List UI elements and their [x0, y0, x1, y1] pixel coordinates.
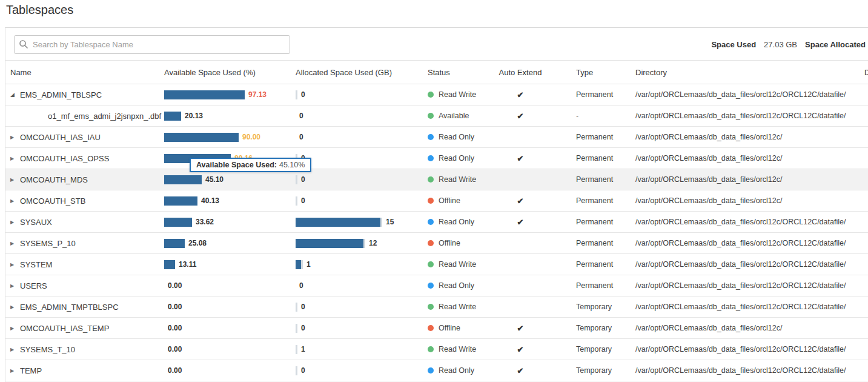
expand-collapse-icon[interactable]: ◢	[10, 92, 20, 98]
type-label: -	[576, 106, 578, 126]
status-dot	[428, 92, 434, 98]
allocated-space-value: 0	[301, 90, 305, 99]
header-status[interactable]: Status	[428, 61, 450, 84]
expand-collapse-icon[interactable]: ▶	[10, 347, 20, 352]
type-label: Temporary	[576, 360, 612, 381]
allocated-bar-track	[296, 366, 297, 375]
table-row[interactable]: ▶ SYSEMS_T_10 0.00 1 Read Write ✔ Tempor…	[5, 339, 868, 360]
allocated-bar-track	[296, 90, 297, 99]
table-row[interactable]: ▶ OMCOAUTH_IAS_OPSS 80.16 0 Read Only ✔ …	[5, 148, 868, 169]
status-label: Read Write	[439, 90, 476, 99]
page-title: Tablespaces	[6, 3, 73, 17]
expand-collapse-icon[interactable]: ▶	[10, 283, 20, 289]
status-label: Offline	[439, 324, 460, 332]
status-label: Read Write	[439, 175, 476, 184]
tablespace-name: OMCOAUTH_IAS_OPSS	[20, 154, 109, 163]
status-label: Read Write	[439, 260, 476, 269]
directory-path: /var/opt/ORCLemaas/db_data_files/orcl12c…	[635, 84, 846, 105]
expand-collapse-icon[interactable]: ▶	[10, 368, 20, 374]
table-row[interactable]: ▶ TEMP 0.00 0 Read Only ✔ Temporary /var…	[5, 360, 868, 381]
status-dot	[428, 240, 434, 246]
allocated-bar-track	[296, 345, 297, 354]
header-auto-extend[interactable]: Auto Extend	[490, 61, 551, 84]
available-space-value: 25.08	[188, 239, 207, 247]
allocated-space-value: 1	[301, 345, 305, 354]
table-row[interactable]: ▶ USERS 0.00 0 Read Only Permanent /var/…	[5, 275, 868, 297]
space-allocated-label: Space Allocated	[805, 40, 866, 49]
expand-collapse-icon[interactable]: ▶	[10, 326, 20, 331]
expand-collapse-icon[interactable]: ▶	[10, 156, 20, 161]
table-row[interactable]: ▶ EMS_ADMIN_TMPTBLSPC 0.00 0 Read Write …	[5, 297, 868, 318]
header-name[interactable]: Name	[10, 61, 31, 84]
expand-collapse-icon[interactable]: ▶	[10, 198, 20, 204]
header-d-cutoff[interactable]: D	[864, 61, 868, 84]
auto-extend-check-icon: ✔	[490, 318, 551, 338]
auto-extend-check-icon	[490, 254, 551, 275]
header-type[interactable]: Type	[576, 61, 593, 84]
type-label: Temporary	[576, 318, 612, 338]
table-row[interactable]: ◢ EMS_ADMIN_TBLSPC 97.13 0 Read Write ✔ …	[5, 84, 868, 106]
table-row[interactable]: ▶ OMCOAUTH_IAS_TEMP 0.00 0 Offline ✔ Tem…	[5, 318, 868, 339]
table-row[interactable]: ▶ SYSAUX 33.62 15 Read Only ✔ Permanent …	[5, 212, 868, 233]
allocated-space-value: 1	[306, 260, 311, 269]
space-used-label: Space Used	[711, 40, 756, 49]
status-label: Offline	[439, 196, 460, 205]
expand-collapse-icon[interactable]: ▶	[10, 177, 20, 183]
auto-extend-check-icon: ✔	[490, 360, 551, 381]
type-label: Permanent	[576, 275, 613, 296]
header-directory[interactable]: Directory	[635, 61, 667, 84]
search-box	[14, 35, 290, 54]
status-label: Offline	[439, 239, 460, 247]
expand-collapse-icon[interactable]: ▶	[10, 135, 20, 140]
type-label: Permanent	[576, 212, 613, 232]
table-row[interactable]: ▶ OMCOAUTH_STB 40.13 0 Offline ✔ Permane…	[5, 190, 868, 212]
auto-extend-check-icon: ✔	[490, 148, 551, 169]
expand-collapse-icon[interactable]: ▶	[10, 241, 20, 246]
allocated-space-bar	[296, 218, 380, 227]
tablespace-name: OMCOAUTH_STB	[20, 196, 85, 206]
auto-extend-check-icon	[490, 233, 551, 253]
header-allocated[interactable]: Allocated Space Used (GB)	[296, 61, 423, 84]
table-row[interactable]: ▶ SYSEMS_P_10 25.08 12 Offline Permanent…	[5, 233, 868, 254]
allocated-space-value: 0	[301, 175, 305, 184]
directory-path: /var/opt/ORCLemaas/db_data_files/orcl12c…	[635, 212, 846, 232]
table-row[interactable]: ▶ SYSTEM 13.11 1 Read Write Permanent /v…	[5, 254, 868, 275]
type-label: Permanent	[576, 148, 613, 169]
table-row[interactable]: o1_mf_ems_admi_j2jsnpxn_.dbf 20.13 0 Ava…	[5, 106, 868, 127]
type-label: Permanent	[576, 127, 613, 147]
expand-collapse-icon[interactable]: ▶	[10, 304, 20, 310]
type-label: Permanent	[576, 233, 613, 253]
status-label: Read Only	[439, 133, 474, 141]
directory-path: /var/opt/ORCLemaas/db_data_files/orcl12c…	[635, 169, 783, 190]
directory-path: /var/opt/ORCLemaas/db_data_files/orcl12c…	[635, 297, 846, 317]
header-available[interactable]: Available Space Used (%)	[164, 61, 293, 84]
available-space-value: 45.10	[205, 175, 224, 184]
status-dot	[428, 113, 434, 119]
status-dot	[428, 134, 434, 140]
directory-path: /var/opt/ORCLemaas/db_data_files/orcl12c…	[635, 127, 783, 147]
search-input[interactable]	[14, 35, 290, 54]
allocated-space-value: 0	[299, 112, 303, 120]
auto-extend-check-icon	[490, 127, 551, 147]
status-label: Read Only	[439, 366, 474, 375]
expand-collapse-icon[interactable]: ▶	[10, 262, 20, 267]
tablespace-name: USERS	[20, 281, 47, 290]
allocated-space-value: 0	[299, 133, 303, 141]
allocated-bar-track	[301, 260, 303, 269]
status-dot	[428, 155, 434, 161]
table-row[interactable]: ▶ OMCOAUTH_MDS 45.10 0 Read Write Perman…	[5, 169, 868, 190]
available-space-value: 40.13	[201, 196, 219, 205]
table-row[interactable]: ▶ OMCOAUTH_IAS_IAU 90.00 0 Read Only Per…	[5, 127, 868, 148]
expand-collapse-icon[interactable]: ▶	[10, 219, 20, 225]
directory-path: /var/opt/ORCLemaas/db_data_files/orcl12c…	[635, 233, 846, 253]
auto-extend-check-icon: ✔	[490, 339, 551, 360]
tablespace-name: OMCOAUTH_IAS_TEMP	[20, 324, 109, 333]
available-space-bar	[164, 218, 192, 227]
space-used-value: 27.03 GB	[764, 40, 797, 49]
available-space-value: 20.13	[185, 112, 203, 120]
directory-path: /var/opt/ORCLemaas/db_data_files/orcl12c…	[635, 339, 846, 360]
allocated-space-bar	[296, 260, 301, 269]
available-space-bar	[164, 112, 181, 121]
type-label: Permanent	[576, 190, 613, 211]
available-space-value: 0.00	[168, 303, 182, 311]
